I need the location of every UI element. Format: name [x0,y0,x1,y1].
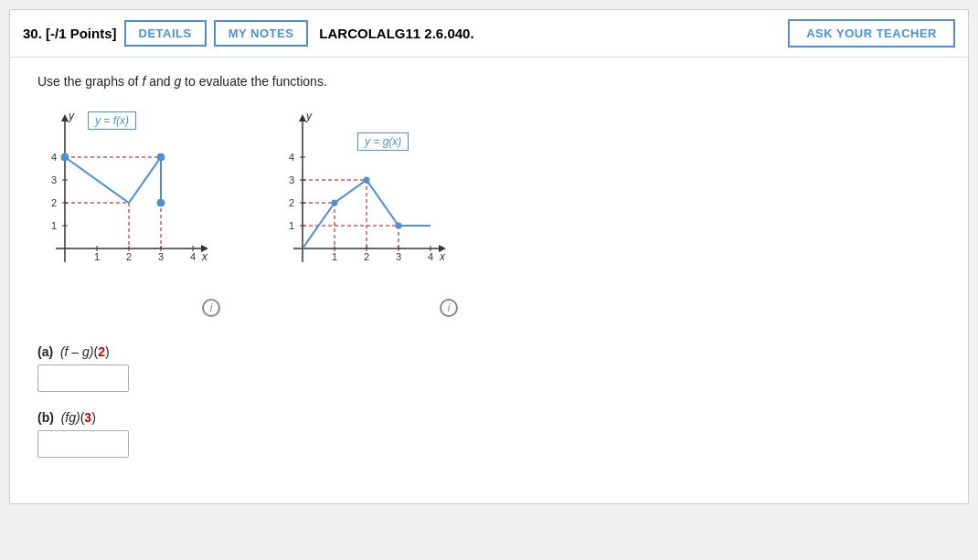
svg-text:2: 2 [289,197,294,208]
part-b-input[interactable] [37,430,129,458]
svg-text:1: 1 [51,220,57,231]
svg-text:2: 2 [51,197,57,208]
header-row: 30. [-/1 Points] DETAILS MY NOTES LARCOL… [10,10,968,58]
part-b-row: (b) (fg)(3) [37,410,941,458]
parts-section: (a) (f – g)(2) (b) (fg)(3) [37,344,941,458]
svg-text:4: 4 [289,152,294,163]
details-button[interactable]: DETAILS [124,20,207,47]
question-number: 30. [-/1 Points] [23,26,117,41]
graph-f-wrap: y x 1 2 3 4 1 [37,107,220,293]
svg-marker-31 [299,114,306,122]
my-notes-button[interactable]: MY NOTES [214,20,309,47]
part-b-label: (b) (fg)(3) [37,410,941,425]
graph-f-info-icon[interactable]: i [202,299,220,317]
content-area: Use the graphs of f and g to evaluate th… [10,58,968,503]
graph-f-label: y = f(x) [88,111,136,130]
instruction-text: Use the graphs of f and g to evaluate th… [37,74,941,89]
main-card: 30. [-/1 Points] DETAILS MY NOTES LARCOL… [9,9,969,504]
svg-text:3: 3 [396,251,401,262]
svg-text:x: x [439,250,446,263]
svg-text:y: y [305,110,313,122]
svg-point-28 [157,199,165,206]
graph-g-info-icon[interactable]: i [440,299,458,317]
svg-point-27 [157,153,165,161]
problem-id: LARCOLALG11 2.6.040. [319,26,781,41]
graph-g-label: y = g(x) [357,132,409,151]
svg-text:1: 1 [332,251,337,262]
svg-point-57 [332,200,338,206]
graph-g-wrap: y x 1 2 3 4 1 [275,107,458,293]
svg-text:3: 3 [51,174,57,185]
svg-text:3: 3 [158,251,164,262]
svg-text:2: 2 [126,251,132,262]
svg-text:4: 4 [428,251,433,262]
svg-text:4: 4 [51,152,57,163]
part-a-input[interactable] [37,365,129,392]
svg-marker-2 [61,114,69,122]
svg-text:4: 4 [190,251,196,262]
svg-text:2: 2 [364,251,369,262]
ask-teacher-button[interactable]: ASK YOUR TEACHER [788,19,955,48]
graphs-row: y x 1 2 3 4 1 [37,107,941,317]
graph-g-container: y x 1 2 3 4 1 [275,107,458,317]
svg-point-26 [61,153,69,161]
svg-text:1: 1 [94,251,100,262]
svg-text:y: y [68,110,75,122]
part-a-label: (a) (f – g)(2) [37,344,941,359]
svg-text:3: 3 [289,174,294,185]
svg-text:x: x [201,250,208,263]
part-a-row: (a) (f – g)(2) [37,344,941,392]
svg-point-59 [396,223,402,229]
graph-f-container: y x 1 2 3 4 1 [37,107,220,317]
svg-text:1: 1 [289,220,294,231]
svg-point-58 [364,177,370,184]
graph-f-svg: y x 1 2 3 4 1 [37,107,220,290]
